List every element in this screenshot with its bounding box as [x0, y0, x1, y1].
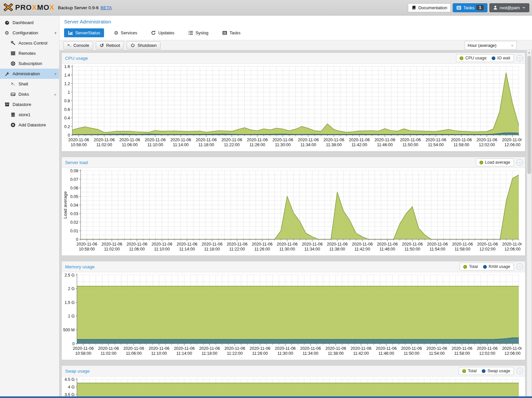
- documentation-button[interactable]: Documentation: [408, 3, 451, 12]
- svg-text:0: 0: [68, 133, 70, 138]
- chevron-right-icon: ▸: [54, 92, 56, 97]
- syslog-icon: [188, 30, 193, 35]
- svg-text:12:02:00: 12:02:00: [479, 351, 495, 356]
- scroll-up-arrow[interactable]: ▲: [527, 50, 531, 55]
- sidebar-item-disks[interactable]: Disks▸: [0, 89, 59, 99]
- svg-text:2020-11-06: 2020-11-06: [427, 242, 448, 247]
- sidebar-item-administration[interactable]: Administration▾: [0, 69, 59, 79]
- svg-text:11:22:00: 11:22:00: [224, 143, 240, 147]
- collapse-panel-icon[interactable]: −: [516, 55, 523, 61]
- svg-text:2020-11-06: 2020-11-06: [451, 346, 472, 351]
- collapse-panel-icon[interactable]: −: [516, 263, 523, 270]
- console-button[interactable]: >_Console: [63, 41, 93, 50]
- sidebar-item-label: Shell: [18, 82, 28, 86]
- key-icon: [10, 41, 16, 46]
- svg-text:2020-11-06: 2020-11-06: [298, 138, 319, 142]
- svg-text:1.5 G: 1.5 G: [64, 300, 75, 305]
- svg-text:10:58:00: 10:58:00: [79, 247, 95, 251]
- sidebar-item-add-datastore[interactable]: Add Datastore: [0, 120, 59, 130]
- svg-text:2020-11-06: 2020-11-06: [68, 138, 89, 142]
- proxmox-x-icon: [3, 2, 14, 14]
- panel-title: Swap usage: [65, 369, 89, 374]
- collapse-panel-icon[interactable]: −: [516, 159, 523, 166]
- cpu-usage-chart: 2020-11-0610:58:002020-11-0611:02:002020…: [62, 64, 521, 150]
- svg-text:2020-11-06: 2020-11-06: [152, 242, 172, 247]
- tab-syslog[interactable]: Syslog: [184, 28, 212, 37]
- button-label: Reboot: [106, 43, 120, 48]
- collapse-panel-icon[interactable]: −: [516, 368, 523, 374]
- svg-text:11:22:00: 11:22:00: [229, 247, 245, 251]
- bottom-edge-strip: [0, 396, 532, 398]
- user-menu-button[interactable]: root@pam: [489, 3, 529, 12]
- database-icon: [10, 112, 16, 117]
- svg-text:11:14:00: 11:14:00: [176, 351, 192, 356]
- chart-icon: [68, 30, 73, 35]
- sidebar-item-dashboard[interactable]: Dashboard: [0, 17, 59, 28]
- svg-text:11:34:00: 11:34:00: [301, 143, 316, 147]
- svg-text:11:46:00: 11:46:00: [377, 143, 393, 147]
- sidebar-item-datastore[interactable]: Datastore: [0, 99, 59, 110]
- timeframe-select[interactable]: Hour (average): [465, 41, 517, 50]
- svg-text:11:10:00: 11:10:00: [147, 143, 163, 147]
- svg-text:2020-11-06: 2020-11-06: [377, 242, 398, 247]
- svg-text:11:26:00: 11:26:00: [254, 247, 270, 251]
- vertical-scrollbar[interactable]: ▲: [527, 50, 532, 396]
- svg-text:4.5 G: 4.5 G: [64, 377, 75, 382]
- panel-title: Memory usage: [65, 264, 94, 269]
- svg-text:2020-11-06: 2020-11-06: [376, 346, 397, 351]
- svg-text:11:34:00: 11:34:00: [304, 247, 320, 251]
- timeframe-value: Hour (average): [468, 43, 496, 48]
- dashboard-icon: [4, 20, 10, 25]
- svg-text:2020-11-06: 2020-11-06: [126, 242, 147, 247]
- svg-text:11:18:00: 11:18:00: [198, 143, 214, 147]
- svg-text:2020-11-06: 2020-11-06: [452, 242, 473, 247]
- svg-text:2020-11-06: 2020-11-06: [221, 138, 242, 142]
- svg-text:2020-11-06: 2020-11-06: [327, 242, 348, 247]
- svg-text:2020-11-06: 2020-11-06: [351, 346, 372, 351]
- tab-serverstatus[interactable]: ServerStatus: [64, 28, 104, 37]
- legend-dot-icon: [483, 265, 487, 269]
- tab-services[interactable]: ⚙Services: [110, 28, 141, 37]
- legend-dot-icon: [463, 265, 467, 269]
- beta-link[interactable]: BETA: [101, 5, 112, 10]
- svg-text:0.2: 0.2: [64, 124, 70, 129]
- svg-text:11:06:00: 11:06:00: [126, 351, 142, 356]
- sidebar-item-remotes[interactable]: Remotes: [0, 48, 59, 58]
- svg-text:2020-11-06: 2020-11-06: [247, 138, 268, 142]
- svg-text:11:10:00: 11:10:00: [154, 247, 170, 251]
- wrench-icon: [4, 71, 10, 76]
- scrollbar-thumb[interactable]: [527, 56, 531, 174]
- legend-item-total: Total: [463, 264, 478, 269]
- sidebar-item-shell[interactable]: >_Shell: [0, 79, 59, 89]
- svg-text:2020-11-06: 2020-11-06: [196, 138, 217, 142]
- svg-text:2020-11-06: 2020-11-06: [76, 242, 97, 247]
- chart-legend: CPU usageIO wait: [456, 54, 514, 62]
- sidebar-item-configuration[interactable]: ⚙Configuration▾: [0, 28, 59, 38]
- reboot-button[interactable]: ↺Reboot: [96, 41, 124, 50]
- tasks-button[interactable]: Tasks 1: [453, 3, 487, 12]
- svg-text:12:06:00: 12:06:00: [504, 143, 520, 147]
- svg-text:11:14:00: 11:14:00: [173, 143, 189, 147]
- legend-label: Total: [468, 369, 477, 373]
- sidebar-item-store1[interactable]: store1: [0, 110, 59, 120]
- svg-text:0.01: 0.01: [70, 229, 78, 233]
- svg-text:0: 0: [76, 237, 78, 242]
- svg-text:11:50:00: 11:50:00: [405, 247, 420, 251]
- svg-text:2020-11-06: 2020-11-06: [94, 138, 115, 142]
- sidebar-item-subscription[interactable]: Subscription: [0, 58, 59, 69]
- panel-header: Server loadLoad average−: [62, 157, 525, 168]
- tab-tasks[interactable]: Tasks: [218, 28, 244, 37]
- shutdown-button[interactable]: Shutdown: [126, 41, 160, 50]
- tasks-count-badge: 1: [476, 5, 484, 10]
- legend-item-ram-usage: RAM usage: [483, 264, 510, 269]
- tab-updates[interactable]: Updates: [147, 28, 178, 37]
- cpu-usage-panel: CPU usageCPU usageIO wait−2020-11-0610:5…: [61, 52, 525, 151]
- panel-title: Server load: [65, 160, 88, 165]
- sidebar-item-label: Subscription: [18, 61, 42, 66]
- svg-text:11:38:00: 11:38:00: [328, 351, 344, 356]
- proxmox-logo[interactable]: PROXMOX: [3, 2, 55, 14]
- svg-text:11:06:00: 11:06:00: [122, 143, 138, 147]
- panel-header: Memory usageTotalRAM usage−: [62, 261, 525, 272]
- svg-text:0.04: 0.04: [70, 203, 78, 208]
- sidebar-item-access-control[interactable]: Access Control: [0, 38, 59, 48]
